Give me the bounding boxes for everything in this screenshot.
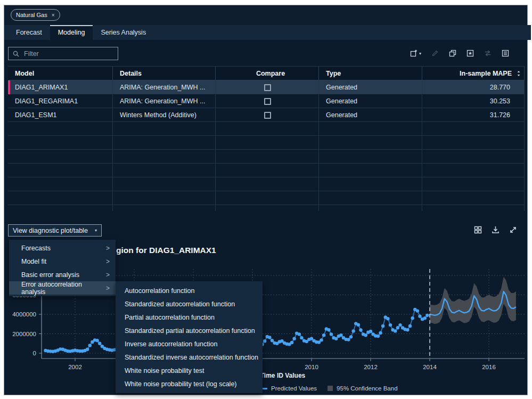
error-autocorrelation-submenu: Autocorrelation functionStandardized aut… — [116, 281, 263, 393]
chevron-right-icon: > — [106, 245, 110, 252]
svg-text:2012: 2012 — [364, 364, 378, 370]
submenu-item-standardized-partial-autocorrelation-function[interactable]: Standardized partial autocorrelation fun… — [116, 324, 263, 337]
menu-item-basic-error-analysis[interactable]: Basic error analysis> — [9, 268, 116, 281]
submenu-item-white-noise-probability-test-log-scale-[interactable]: White noise probability test (log scale) — [116, 377, 263, 390]
svg-text:2010: 2010 — [305, 364, 318, 370]
submenu-item-inverse-autocorrelation-function[interactable]: Inverse autocorrelation function — [116, 337, 263, 351]
svg-text:2014: 2014 — [423, 364, 437, 370]
menu-item-forecasts[interactable]: Forecasts> — [9, 241, 116, 255]
menu-item-model-fit[interactable]: Model fit> — [9, 255, 116, 268]
chevron-right-icon: > — [106, 284, 110, 292]
chevron-right-icon: > — [106, 258, 110, 265]
chevron-right-icon: > — [106, 271, 110, 279]
menu-item-label: Basic error analysis — [21, 271, 79, 279]
diagnostic-menu: Forecasts>Model fit>Basic error analysis… — [9, 240, 116, 296]
submenu-item-partial-autocorrelation-function[interactable]: Partial autocorrelation function — [116, 311, 263, 324]
menu-item-label: Forecasts — [21, 245, 51, 252]
menu-item-label: Model fit — [21, 258, 46, 265]
submenu-item-standardized-autocorrelation-function[interactable]: Standardized autocorrelation function — [116, 297, 263, 311]
submenu-item-standardized-inverse-autocorrelation-function[interactable]: Standardized inverse autocorrelation fun… — [116, 351, 263, 364]
svg-text:2002: 2002 — [68, 364, 82, 370]
menu-item-label: Error autocorrelation analysis — [21, 281, 106, 296]
svg-text:4000000: 4000000 — [12, 311, 36, 317]
submenu-item-autocorrelation-function[interactable]: Autocorrelation function — [116, 284, 263, 297]
svg-text:0: 0 — [33, 350, 36, 356]
forecast-chart: 0200000040000006000000200220042006200820… — [0, 0, 532, 399]
submenu-item-white-noise-probability-test[interactable]: White noise probability test — [116, 364, 263, 377]
svg-text:2000000: 2000000 — [12, 331, 36, 337]
menu-item-error-autocorrelation-analysis[interactable]: Error autocorrelation analysis> — [9, 281, 116, 295]
svg-text:2016: 2016 — [482, 364, 496, 370]
